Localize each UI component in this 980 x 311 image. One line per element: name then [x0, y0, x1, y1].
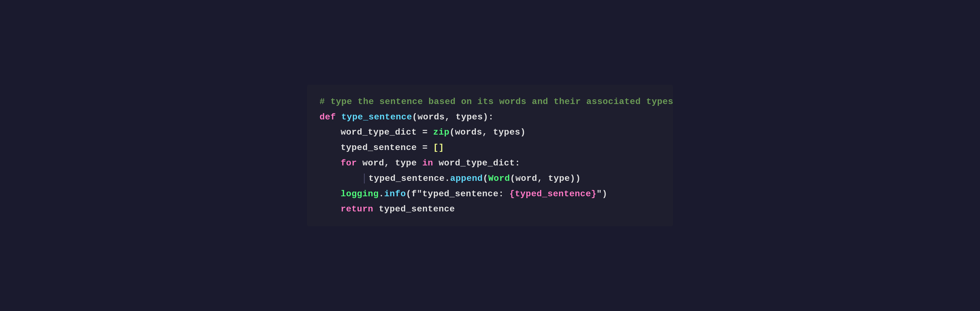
word-type-dict-line: word_type_dict = zip(words, types): [320, 125, 660, 140]
code-token: typed_sentence: [341, 140, 417, 156]
code-token: zip: [433, 125, 449, 140]
code-token: ):: [483, 109, 494, 125]
code-token: []: [433, 140, 444, 156]
code-token: for: [341, 156, 363, 171]
code-token: (: [510, 171, 515, 186]
code-token: # type the sentence based on its words a…: [320, 94, 673, 109]
code-token: .: [379, 186, 384, 202]
code-token: append: [450, 171, 483, 186]
code-token: ): [520, 125, 526, 140]
code-token: (: [449, 125, 455, 140]
code-token: type_sentence: [341, 109, 412, 125]
code-token: type: [395, 156, 422, 171]
code-block: # type the sentence based on its words a…: [307, 85, 673, 226]
code-token: Word: [488, 171, 510, 186]
code-token: word_type_dict: [439, 156, 515, 171]
code-token: =: [417, 140, 433, 156]
indent-bar: │: [362, 171, 367, 186]
code-token: ,: [384, 156, 395, 171]
code-token: typed_sentence: [379, 202, 455, 217]
code-token: ,: [537, 171, 548, 186]
code-token: (: [483, 171, 488, 186]
code-token: word: [363, 156, 384, 171]
code-token: "): [597, 186, 608, 202]
code-token: typed_sentence: [368, 171, 445, 186]
code-token: ,: [482, 125, 493, 140]
code-token: .: [445, 171, 450, 186]
code-token: (: [406, 186, 412, 202]
code-token: f"typed_sentence:: [411, 186, 509, 202]
code-token: :: [515, 156, 520, 171]
code-token: word: [515, 171, 537, 186]
for-line: for word, type in word_type_dict:: [320, 156, 660, 171]
code-token: {typed_sentence}: [509, 186, 597, 202]
code-token: return: [341, 202, 379, 217]
code-token: info: [384, 186, 406, 202]
code-token: words: [418, 109, 445, 125]
code-token: =: [417, 125, 433, 140]
code-token: in: [422, 156, 439, 171]
code-token: logging: [341, 186, 379, 202]
code-token: def: [320, 109, 341, 125]
comment-line: # type the sentence based on its words a…: [320, 94, 660, 109]
code-token: words: [455, 125, 482, 140]
typed-sentence-line: typed_sentence = []: [320, 140, 660, 156]
logging-line: logging.info(f"typed_sentence: {typed_se…: [320, 186, 660, 202]
code-token: (: [412, 109, 418, 125]
code-token: )): [570, 171, 581, 186]
code-token: types: [456, 109, 483, 125]
code-token: types: [493, 125, 520, 140]
code-token: ,: [445, 109, 456, 125]
code-token: type: [548, 171, 570, 186]
return-line: return typed_sentence: [320, 202, 660, 217]
def-line: def type_sentence(words, types):: [320, 109, 660, 125]
code-token: word_type_dict: [341, 125, 417, 140]
append-line: │typed_sentence.append(Word(word, type)): [320, 171, 660, 186]
